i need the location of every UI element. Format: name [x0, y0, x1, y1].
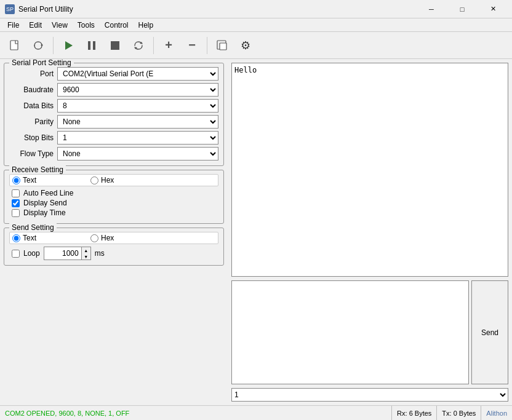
receive-format-row: Text Hex: [9, 174, 218, 186]
status-alithon: Alithon: [481, 406, 512, 420]
remove-button[interactable]: −: [181, 35, 203, 56]
bottom-select-wrapper: 1: [231, 388, 508, 402]
port-select-wrapper: COM2(Virtual Serial Port (E: [57, 67, 218, 81]
baudrate-select[interactable]: 9600480019200115200: [57, 83, 218, 97]
receive-hex-radio[interactable]: [90, 176, 98, 184]
close-button[interactable]: ✕: [479, 3, 507, 15]
bottom-select[interactable]: 1: [231, 388, 508, 402]
svg-rect-4: [93, 41, 95, 50]
spin-up-button[interactable]: ▲: [82, 247, 90, 253]
send-text-radio-group: Text: [12, 234, 36, 242]
window-title: Serial Port Utility: [18, 5, 417, 14]
receive-content: Hello: [234, 66, 257, 74]
display-time-row: Display Time: [9, 208, 218, 217]
pause-button[interactable]: [81, 35, 103, 56]
receive-text-radio[interactable]: [12, 176, 20, 184]
add-button[interactable]: +: [158, 35, 180, 56]
display-time-checkbox[interactable]: [12, 209, 20, 217]
receive-setting-title: Receive Setting: [9, 165, 66, 174]
menu-tools[interactable]: Tools: [73, 20, 100, 31]
stopbits-select[interactable]: 11.52: [57, 131, 218, 145]
loop-label[interactable]: Loop: [23, 249, 40, 258]
menu-view[interactable]: View: [47, 20, 73, 31]
send-area-wrapper: Send: [231, 280, 508, 384]
svg-rect-0: [10, 41, 18, 50]
send-setting-title: Send Setting: [9, 223, 57, 232]
svg-rect-9: [220, 43, 226, 50]
toolbar-sep-1: [53, 37, 54, 54]
refresh-button[interactable]: [127, 35, 150, 56]
auto-feed-line-label[interactable]: Auto Feed Line: [23, 189, 73, 197]
databits-label: Data Bits: [9, 101, 54, 110]
svg-rect-3: [88, 41, 90, 50]
spin-buttons: ▲ ▼: [81, 247, 90, 260]
menu-edit[interactable]: Edit: [24, 20, 47, 31]
port-label: Port: [9, 69, 54, 78]
window-button[interactable]: [211, 35, 233, 56]
parity-label: Parity: [9, 117, 54, 126]
new-button[interactable]: [4, 35, 26, 56]
status-com: COM2 OPENED, 9600, 8, NONE, 1, OFF: [0, 406, 392, 420]
send-text-label[interactable]: Text: [23, 234, 36, 242]
menu-help[interactable]: Help: [134, 20, 159, 31]
port-select[interactable]: COM2(Virtual Serial Port (E: [57, 67, 218, 81]
status-tx: Tx: 0 Bytes: [437, 406, 481, 420]
window-controls: ─ □ ✕: [417, 3, 507, 15]
settings-button[interactable]: ⚙: [234, 35, 257, 56]
loop-value-input[interactable]: [44, 247, 81, 260]
send-button[interactable]: Send: [471, 280, 508, 384]
svg-marker-2: [65, 41, 73, 50]
status-bar: COM2 OPENED, 9600, 8, NONE, 1, OFF Rx: 6…: [0, 405, 512, 420]
minimize-button[interactable]: ─: [417, 3, 446, 15]
display-send-checkbox[interactable]: [12, 199, 20, 207]
send-text-radio[interactable]: [12, 234, 20, 242]
baudrate-row: Baudrate 9600480019200115200: [9, 83, 218, 97]
flowtype-select[interactable]: NoneRTS/CTSXON/XOFF: [57, 147, 218, 160]
loop-unit-label: ms: [95, 249, 105, 258]
receive-display: Hello: [231, 63, 508, 277]
auto-feed-line-checkbox[interactable]: [12, 189, 20, 197]
send-hex-radio[interactable]: [90, 234, 98, 242]
auto-feed-line-row: Auto Feed Line: [9, 189, 218, 197]
maximize-button[interactable]: □: [448, 3, 476, 15]
svg-rect-5: [111, 41, 119, 50]
toolbar: + − ⚙: [0, 32, 512, 59]
menu-control[interactable]: Control: [100, 20, 134, 31]
title-bar: SP Serial Port Utility ─ □ ✕: [0, 0, 512, 18]
receive-text-radio-group: Text: [12, 176, 36, 184]
main-content: Serial Port Setting Port COM2(Virtual Se…: [0, 59, 512, 405]
serial-port-setting-title: Serial Port Setting: [9, 59, 74, 67]
menu-file[interactable]: File: [2, 20, 24, 31]
databits-select[interactable]: 8765: [57, 99, 218, 113]
flowtype-label: Flow Type: [9, 149, 54, 158]
databits-row: Data Bits 8765: [9, 99, 218, 113]
baudrate-label: Baudrate: [9, 85, 54, 94]
toolbar-sep-3: [207, 37, 207, 54]
port-row: Port COM2(Virtual Serial Port (E: [9, 67, 218, 81]
serial-port-setting-group: Serial Port Setting Port COM2(Virtual Se…: [4, 63, 224, 166]
play-button[interactable]: [57, 35, 79, 56]
right-panel: Hello Send 1: [228, 59, 512, 405]
receive-hex-label[interactable]: Hex: [101, 176, 114, 184]
send-textarea[interactable]: [231, 280, 469, 384]
send-hex-label[interactable]: Hex: [101, 234, 114, 242]
loop-row: Loop ▲ ▼ ms: [9, 247, 218, 260]
display-send-label[interactable]: Display Send: [23, 199, 67, 207]
toolbar-sep-2: [153, 37, 154, 54]
receive-text-label[interactable]: Text: [23, 176, 36, 184]
parity-select-wrapper: NoneEvenOdd: [57, 115, 218, 129]
display-time-label[interactable]: Display Time: [23, 208, 66, 217]
spin-down-button[interactable]: ▼: [82, 253, 90, 260]
loop-checkbox[interactable]: [12, 250, 20, 258]
parity-select[interactable]: NoneEvenOdd: [57, 115, 218, 129]
menu-bar: File Edit View Tools Control Help: [0, 18, 512, 32]
svg-marker-1: [41, 44, 43, 46]
left-panel: Serial Port Setting Port COM2(Virtual Se…: [0, 59, 228, 405]
loop-input-wrapper: ▲ ▼: [44, 247, 91, 260]
stop-button[interactable]: [104, 35, 126, 56]
status-rx: Rx: 6 Bytes: [392, 406, 437, 420]
loop-button[interactable]: [27, 35, 49, 56]
stopbits-row: Stop Bits 11.52: [9, 131, 218, 145]
app-icon: SP: [5, 4, 15, 14]
baudrate-select-wrapper: 9600480019200115200: [57, 83, 218, 97]
